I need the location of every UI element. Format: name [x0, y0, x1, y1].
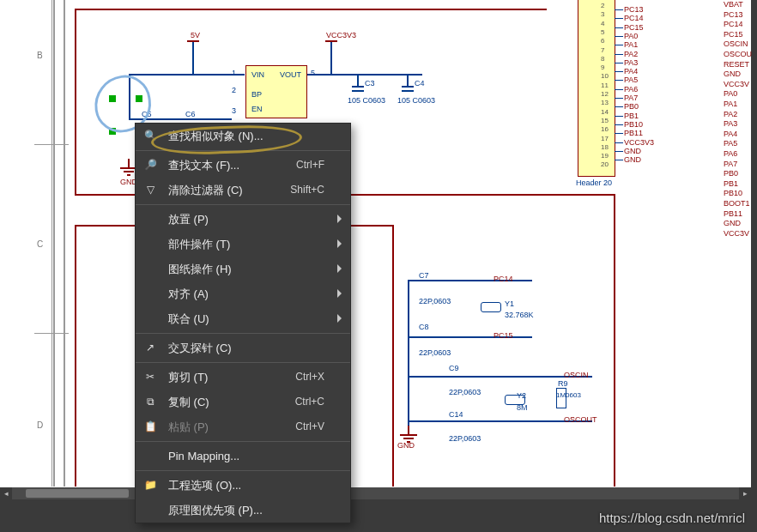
header-net-right: PA3	[724, 119, 737, 128]
menu-sch-prefs[interactable]: 原理图优先项 (P)...	[136, 498, 350, 523]
header-net-left: PC15	[624, 23, 644, 32]
header-pin-num: 10	[601, 72, 609, 80]
c9-val: 22P,0603	[449, 388, 481, 396]
header-pin-num: 16	[601, 125, 609, 133]
context-menu: 🔍 查找相似对象 (N)... 🔎 查找文本 (F)... Ctrl+F ▽ 清…	[135, 123, 351, 523]
header-net-right: PB1	[724, 179, 738, 188]
menu-pin-mapping[interactable]: Pin Mapping...	[136, 444, 350, 469]
header-pin-num: 13	[601, 99, 609, 106]
cut-icon: ✂	[142, 369, 158, 384]
menu-label: 对齐 (A)	[168, 287, 209, 300]
menu-union[interactable]: 联合 (U)	[136, 306, 350, 331]
header-net-left: PB1	[624, 112, 639, 120]
menu-cut[interactable]: ✂ 剪切 (T) Ctrl+X	[136, 365, 350, 390]
menu-separator	[136, 204, 350, 205]
scroll-right-button[interactable]: ▸	[739, 487, 751, 499]
y2-des: Y2	[517, 391, 526, 400]
y1-des: Y1	[505, 299, 514, 308]
r9-val: 1M0603	[556, 391, 581, 399]
header-pin-num: 9	[601, 63, 604, 71]
header-net-right: PB10	[724, 189, 742, 197]
header-pin-num: 6	[601, 37, 604, 45]
header-net-left: PC13	[624, 5, 644, 14]
header-net-right: PA4	[724, 130, 737, 138]
menu-label: 工程选项 (O)...	[168, 479, 241, 492]
schematic-canvas[interactable]: B C D 5V VCC3V3 VIN VOUT BP E	[0, 0, 751, 487]
crystal-y1[interactable]	[481, 302, 501, 312]
menu-place[interactable]: 放置 (P)	[136, 207, 350, 232]
pin-en: EN	[251, 105, 263, 113]
menu-shortcut: Ctrl+V	[295, 414, 324, 439]
header-net-left: PB10	[624, 120, 643, 129]
pinnum: 1	[232, 69, 236, 77]
menu-label: 剪切 (T)	[168, 371, 208, 384]
menu-copy[interactable]: ⧉ 复制 (C) Ctrl+C	[136, 390, 350, 414]
menu-separator	[136, 362, 350, 363]
copy-icon: ⧉	[142, 394, 158, 409]
search-icon: 🔍	[142, 128, 158, 143]
menu-find-similar[interactable]: 🔍 查找相似对象 (N)...	[136, 124, 350, 148]
header-pin-num: 3	[601, 10, 604, 18]
scrollbar-thumb[interactable]	[26, 489, 129, 498]
regulator-chip[interactable]: VIN VOUT BP EN	[245, 65, 307, 118]
horizontal-scrollbar[interactable]: ◂ ▸	[0, 487, 751, 499]
header-net-right: PA0	[724, 89, 737, 98]
header-connector[interactable]	[578, 0, 615, 177]
menu-find-text[interactable]: 🔎 查找文本 (F)... Ctrl+F	[136, 153, 350, 178]
menu-cross-probe[interactable]: ↗ 交叉探针 (C)	[136, 336, 350, 360]
wire	[75, 9, 76, 194]
menu-separator	[136, 333, 350, 334]
header-net-left: PB0	[624, 102, 639, 111]
c3-des: C3	[365, 79, 375, 88]
stage: B C D 5V VCC3V3 VIN VOUT BP E	[0, 0, 757, 532]
border-line2	[64, 0, 65, 487]
scroll-left-button[interactable]: ◂	[0, 487, 12, 499]
header-pin-num: 5	[601, 28, 604, 36]
submenu-arrow-icon	[337, 264, 342, 273]
c7-des: C7	[419, 271, 429, 280]
menu-label: 查找相似对象 (N)...	[168, 130, 263, 142]
menu-label: 部件操作 (T)	[168, 238, 230, 251]
c9-des: C9	[449, 364, 459, 372]
header-net-right: VCC3V	[724, 229, 749, 238]
wire	[75, 225, 76, 487]
c6-des: C6	[185, 110, 196, 118]
menu-align[interactable]: 对齐 (A)	[136, 281, 350, 306]
watermark: https://blog.csdn.net/mricl	[599, 511, 745, 525]
pinnum: 3	[232, 106, 236, 115]
header-net-left: PB11	[624, 129, 643, 137]
gnd-label: GND	[397, 441, 415, 450]
header-net-right: PA5	[724, 139, 737, 148]
binoculars-icon: 🔎	[142, 157, 158, 172]
header-net-left: PA4	[624, 67, 638, 76]
header-net-left: PC14	[624, 14, 644, 22]
header-net-left: PA3	[624, 58, 638, 67]
header-pin-num: 19	[601, 152, 609, 160]
header-pin-num: 8	[601, 55, 604, 63]
header-pin-num: 12	[601, 90, 609, 98]
menu-project-options[interactable]: 📁 工程选项 (O)...	[136, 473, 350, 498]
ruler: B C D	[34, 0, 52, 487]
menu-paste[interactable]: 📋 粘贴 (P) Ctrl+V	[136, 414, 350, 439]
y1-val: 32.768K	[505, 311, 534, 319]
menu-label: 粘贴 (P)	[168, 420, 209, 433]
c14-val: 22P,0603	[449, 434, 481, 443]
menu-part-ops[interactable]: 部件操作 (T)	[136, 232, 350, 257]
menu-label: 交叉探针 (C)	[168, 342, 232, 354]
net-pc15: PC15	[494, 331, 513, 340]
menu-clear-filter[interactable]: ▽ 清除过滤器 (C) Shift+C	[136, 178, 350, 203]
header-net-right: BOOT1	[724, 199, 750, 208]
menu-label: 清除过滤器 (C)	[168, 184, 243, 196]
probe-icon: ↗	[142, 340, 158, 355]
header-net-right: PB0	[724, 169, 738, 178]
menu-label: 图纸操作 (H)	[168, 263, 232, 275]
header-pin-num: 20	[601, 160, 609, 168]
header-net-left: VCC3V3	[624, 138, 654, 147]
header-net-left: PA2	[624, 50, 638, 58]
header-net-right: OSCIN	[724, 39, 748, 48]
header-net-right: RESET	[724, 60, 749, 69]
menu-sheet-ops[interactable]: 图纸操作 (H)	[136, 257, 350, 281]
net-oscout: OSCOUT	[564, 415, 597, 424]
header-net-right: PC13	[724, 10, 743, 19]
header-net-left: PA7	[624, 94, 638, 102]
